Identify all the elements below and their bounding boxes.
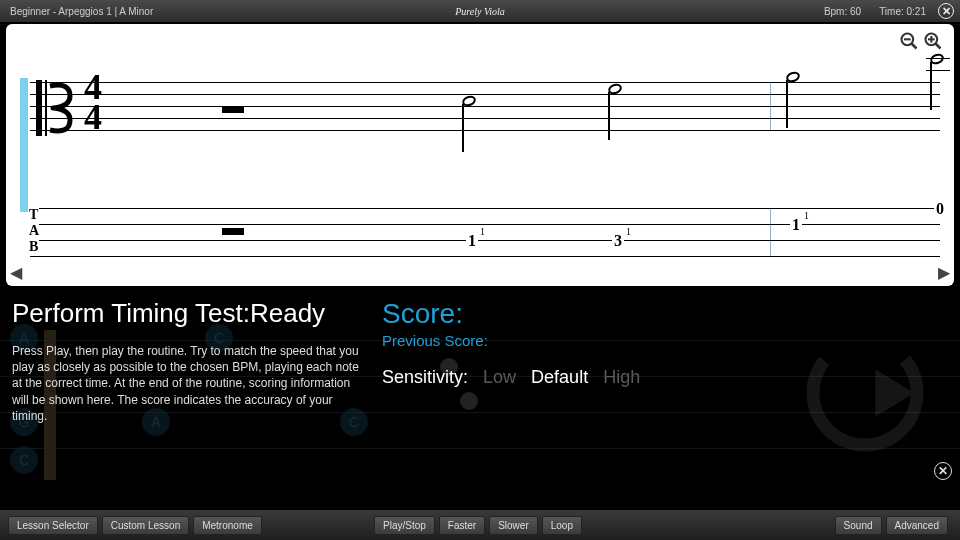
tab-staff: T A B 1 1 3 1 1 1 0 — [30, 208, 940, 256]
note — [462, 96, 476, 106]
half-rest — [222, 106, 244, 113]
bpm-label: Bpm: 60 — [824, 6, 861, 17]
faster-button[interactable]: Faster — [439, 516, 485, 535]
sensitivity-high[interactable]: High — [603, 367, 640, 387]
tab-finger: 1 — [480, 226, 485, 237]
sound-button[interactable]: Sound — [835, 516, 882, 535]
zoom-out-icon[interactable] — [898, 30, 920, 52]
tab-rest — [222, 228, 244, 235]
close-icon[interactable]: ✕ — [938, 3, 954, 19]
note — [608, 84, 622, 94]
timing-title-text: Perform Timing Test: — [12, 298, 250, 328]
svg-line-4 — [936, 44, 941, 49]
barline — [770, 82, 771, 130]
sensitivity-row: Sensitivity: Low Default High — [382, 367, 948, 388]
sensitivity-label: Sensitivity: — [382, 367, 468, 387]
play-stop-button[interactable]: Play/Stop — [374, 516, 435, 535]
score-panel: 4 4 T A B — [6, 24, 954, 286]
tab-fret: 1 — [790, 216, 802, 234]
panel-close-icon[interactable]: ✕ — [934, 462, 952, 480]
bg-note-c3: C — [10, 446, 38, 474]
tab-clef: T A B — [29, 208, 39, 256]
advanced-button[interactable]: Advanced — [886, 516, 948, 535]
brand-logo: Purely Viola — [455, 6, 505, 17]
staff-area: 4 4 T A B — [20, 74, 940, 256]
playback-cursor — [20, 78, 28, 212]
time-signature: 4 4 — [84, 72, 102, 132]
score-label: Score: — [382, 298, 948, 330]
zoom-in-icon[interactable] — [922, 30, 944, 52]
svg-point-9 — [51, 106, 56, 111]
tab-finger: 1 — [626, 226, 631, 237]
timing-title: Perform Timing Test:Ready — [12, 298, 362, 329]
tab-fret: 1 — [466, 232, 478, 250]
svg-line-1 — [912, 44, 917, 49]
note — [930, 54, 944, 64]
sensitivity-default[interactable]: Default — [531, 367, 588, 387]
tab-barline — [770, 208, 771, 256]
note — [786, 72, 800, 82]
time-label: Time: 0:21 — [879, 6, 926, 17]
loop-button[interactable]: Loop — [542, 516, 582, 535]
top-bar: Beginner - Arpeggios 1 | A Minor Purely … — [0, 0, 960, 22]
time-sig-bottom: 4 — [84, 102, 102, 132]
scroll-right-icon[interactable]: ▶ — [938, 263, 950, 282]
scroll-left-icon[interactable]: ◀ — [10, 263, 22, 282]
music-staff: 4 4 — [30, 82, 940, 130]
tab-finger: 1 — [804, 210, 809, 221]
lesson-title: Beginner - Arpeggios 1 | A Minor — [10, 6, 153, 17]
previous-score-label: Previous Score: — [382, 332, 948, 349]
tab-fret: 0 — [934, 200, 946, 218]
metronome-button[interactable]: Metronome — [193, 516, 262, 535]
svg-rect-8 — [45, 80, 47, 136]
alto-clef-icon — [36, 80, 76, 140]
tab-fret: 3 — [612, 232, 624, 250]
brand-text: Purely Viola — [455, 6, 505, 17]
sensitivity-low[interactable]: Low — [483, 367, 516, 387]
slower-button[interactable]: Slower — [489, 516, 538, 535]
custom-lesson-button[interactable]: Custom Lesson — [102, 516, 189, 535]
timing-test-panel: A C G A C C Perform Timing Test:Ready Pr… — [0, 288, 960, 488]
svg-rect-7 — [36, 80, 42, 136]
lesson-selector-button[interactable]: Lesson Selector — [8, 516, 98, 535]
bottom-toolbar: Lesson Selector Custom Lesson Metronome … — [0, 510, 960, 540]
timing-status: Ready — [250, 298, 325, 328]
timing-instructions: Press Play, then play the routine. Try t… — [12, 343, 362, 424]
